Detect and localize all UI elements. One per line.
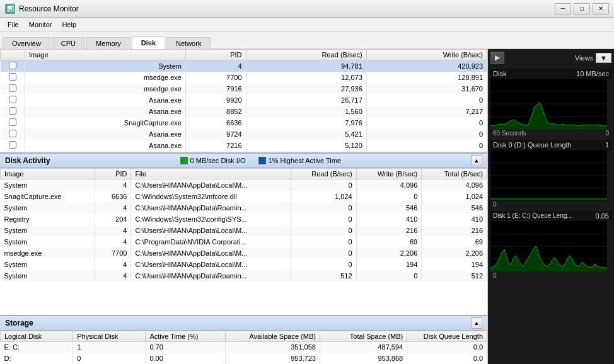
table-row[interactable]: Asana.exe 9920 26,717 0 xyxy=(1,94,487,106)
da-pid: 4 xyxy=(95,236,131,247)
table-row[interactable]: msedge.exe 7700 12,073 128,891 xyxy=(1,72,487,83)
proc-name: System xyxy=(25,60,186,72)
da-read: 512 xyxy=(291,270,356,282)
col-da-file[interactable]: File xyxy=(131,169,291,179)
da-read: 0 xyxy=(291,213,356,225)
maximize-button[interactable]: □ xyxy=(574,3,590,14)
col-image[interactable]: Image xyxy=(25,50,186,60)
col-st-physical[interactable]: Physical Disk xyxy=(73,331,146,341)
table-row[interactable]: System 4 C:\Users\HIMAN\AppData\Local\M.… xyxy=(1,179,487,191)
da-pid: 4 xyxy=(95,179,131,191)
col-st-available[interactable]: Available Space (MB) xyxy=(226,331,320,341)
table-row[interactable]: Asana.exe 8852 1,560 7,217 xyxy=(1,106,487,117)
close-button[interactable]: ✕ xyxy=(593,3,609,14)
table-row[interactable]: SnagitCapture.exe 6636 C:\Windows\System… xyxy=(1,191,487,202)
table-row[interactable]: E: C: 1 0.70 351,058 487,594 0.0 xyxy=(1,341,487,353)
st-physical: 0 xyxy=(73,353,146,364)
col-st-active[interactable]: Active Time (%) xyxy=(146,331,226,341)
table-row[interactable]: Asana.exe 9724 5,421 0 xyxy=(1,128,487,140)
da-file: C:\Users\HIMAN\AppData\Local\M... xyxy=(131,247,291,259)
col-da-pid[interactable]: PID xyxy=(95,169,131,179)
proc-pid: 7916 xyxy=(185,83,246,94)
da-pid: 4 xyxy=(95,202,131,213)
table-row[interactable]: System 4 C:\Users\HIMAN\AppData\Roamin..… xyxy=(1,270,487,282)
da-write: 546 xyxy=(356,202,422,213)
row-checkbox[interactable] xyxy=(9,62,16,69)
da-total: 4,096 xyxy=(422,179,487,191)
col-da-total[interactable]: Total (B/sec) xyxy=(422,169,487,179)
disk-activity-section: Disk Activity 0 MB/sec Disk I/O 1% Highe… xyxy=(0,153,487,364)
col-write[interactable]: Write (B/sec) xyxy=(366,50,487,60)
table-row[interactable]: System 4 C:\Users\HIMAN\AppData\Roamin..… xyxy=(1,202,487,213)
stat-active-label: 1% Highest Active Time xyxy=(269,157,342,164)
tab-network[interactable]: Network xyxy=(166,37,211,49)
proc-pid: 9920 xyxy=(185,94,246,106)
proc-pid: 9724 xyxy=(185,128,246,140)
tabs-bar: Overview CPU Memory Disk Network xyxy=(0,31,614,49)
col-da-image[interactable]: Image xyxy=(1,169,95,179)
table-row[interactable]: Registry 204 C:\Windows\System32\config\… xyxy=(1,213,487,225)
disk-graph-footer: 60 Seconds 0 xyxy=(490,129,611,137)
tab-memory[interactable]: Memory xyxy=(86,37,130,49)
proc-read: 12,073 xyxy=(246,72,366,83)
table-row[interactable]: msedge.exe 7700 C:\Users\HIMAN\AppData\L… xyxy=(1,247,487,259)
table-row[interactable]: System 4 C:\Users\HIMAN\AppData\Local\M.… xyxy=(1,259,487,270)
graph-nav-button[interactable]: ▶ xyxy=(490,52,504,64)
row-checkbox[interactable] xyxy=(9,96,16,103)
da-image: Registry xyxy=(1,213,95,225)
disk0-graph-section: Disk 0 (D:) Queue Length 1 0 xyxy=(490,140,611,208)
proc-write: 31,670 xyxy=(366,83,487,94)
row-checkbox[interactable] xyxy=(9,73,16,81)
da-total: 410 xyxy=(422,213,487,225)
col-pid[interactable]: PID xyxy=(185,50,246,60)
tab-disk[interactable]: Disk xyxy=(132,37,165,49)
proc-pid: 7216 xyxy=(185,140,246,151)
proc-read: 26,717 xyxy=(246,94,366,106)
da-read: 0 xyxy=(291,259,356,270)
minimize-button[interactable]: ─ xyxy=(555,3,571,14)
menu-monitor[interactable]: Monitor xyxy=(24,20,57,30)
tab-cpu[interactable]: CPU xyxy=(52,37,85,49)
table-row[interactable]: D: 0 0.00 953,723 953,868 0.0 xyxy=(1,353,487,364)
da-image: System xyxy=(1,259,95,270)
stat-io-color xyxy=(180,157,188,164)
row-checkbox[interactable] xyxy=(9,107,16,115)
row-checkbox[interactable] xyxy=(9,84,16,92)
menu-help[interactable]: Help xyxy=(57,20,81,30)
table-row[interactable]: Asana.exe 7216 5,120 0 xyxy=(1,140,487,151)
menu-file[interactable]: File xyxy=(3,20,24,30)
storage-collapse[interactable]: ▲ xyxy=(471,317,482,329)
storage-section: Storage ▲ Logical Disk Physical Disk Act… xyxy=(0,315,487,365)
table-row[interactable]: System 4 C:\ProgramData\NVIDIA Corporati… xyxy=(1,236,487,247)
proc-read: 1,560 xyxy=(246,106,366,117)
disk-graph-canvas xyxy=(490,79,607,129)
disk-activity-collapse[interactable]: ▲ xyxy=(471,155,482,166)
col-read[interactable]: Read (B/sec) xyxy=(246,50,366,60)
col-da-write[interactable]: Write (B/sec) xyxy=(356,169,422,179)
proc-read: 27,936 xyxy=(246,83,366,94)
proc-write: 0 xyxy=(366,117,487,128)
col-da-read[interactable]: Read (B/sec) xyxy=(291,169,356,179)
tab-overview[interactable]: Overview xyxy=(3,37,50,49)
table-row[interactable]: msedge.exe 7916 27,936 31,670 xyxy=(1,83,487,94)
proc-write: 420,923 xyxy=(366,60,487,72)
row-checkbox[interactable] xyxy=(9,118,16,126)
disk1-graph-footer-right: 0 xyxy=(493,272,497,279)
table-row[interactable]: System 4 94,781 420,923 xyxy=(1,60,487,72)
row-checkbox[interactable] xyxy=(9,141,16,149)
col-st-queue[interactable]: Disk Queue Length xyxy=(407,331,487,341)
da-write: 0 xyxy=(356,191,422,202)
views-dropdown[interactable]: ▼ xyxy=(596,53,611,63)
disk-activity-header: Disk Activity 0 MB/sec Disk I/O 1% Highe… xyxy=(0,153,487,168)
st-queue: 0.0 xyxy=(407,353,487,364)
row-checkbox[interactable] xyxy=(9,130,16,137)
disk1-graph-label: Disk 1 (E: C:) Queue Leng... xyxy=(493,212,572,220)
col-st-logical[interactable]: Logical Disk xyxy=(1,331,73,341)
da-image: SnagitCapture.exe xyxy=(1,191,95,202)
table-row[interactable]: SnagitCapture.exe 6636 7,976 0 xyxy=(1,117,487,128)
col-st-total[interactable]: Total Space (MB) xyxy=(320,331,407,341)
table-row[interactable]: System 4 C:\Users\HIMAN\AppData\Local\M.… xyxy=(1,225,487,236)
st-active: 0.70 xyxy=(146,341,226,353)
da-total: 1,024 xyxy=(422,191,487,202)
stat-active: 1% Highest Active Time xyxy=(258,157,342,164)
